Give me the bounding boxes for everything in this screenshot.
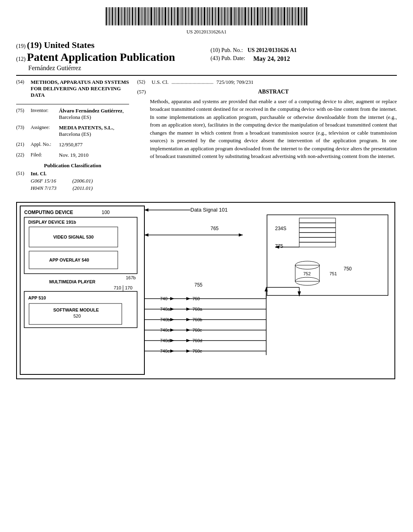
svg-rect-54 xyxy=(190,7,190,25)
svg-marker-217 xyxy=(265,287,268,291)
svg-text:170: 170 xyxy=(125,285,132,290)
svg-rect-79 xyxy=(229,7,229,25)
svg-rect-57 xyxy=(195,7,196,25)
svg-rect-65 xyxy=(207,7,208,25)
svg-rect-71 xyxy=(217,7,217,25)
svg-rect-43 xyxy=(173,7,173,25)
svg-rect-24 xyxy=(143,7,144,25)
country-label: (19) (19) United States xyxy=(16,40,202,50)
svg-rect-116 xyxy=(287,7,288,25)
svg-rect-50 xyxy=(184,7,184,25)
page: US 20120131626A1 (19) (19) United States… xyxy=(0,0,413,395)
thin-divider-1 xyxy=(16,104,129,104)
header-right: (10) Pub. No.: US 2012/0131626 A1 (43) P… xyxy=(202,40,397,62)
svg-rect-92 xyxy=(250,7,250,25)
svg-rect-1 xyxy=(108,7,108,25)
field73-num: (73) xyxy=(16,125,31,137)
svg-rect-61 xyxy=(201,7,202,25)
svg-rect-77 xyxy=(226,7,227,25)
field51-block: (51) Int. Cl. G06F 15/16 (2006.01) H04N … xyxy=(16,170,129,191)
field22-label: Filed: xyxy=(31,152,59,158)
svg-rect-62 xyxy=(202,7,203,25)
pub-date-label: (43) Pub. Date: xyxy=(211,55,245,62)
svg-text:APP OVERLAY 540: APP OVERLAY 540 xyxy=(49,258,89,262)
abstract-block: ABSTRACT Methods, apparatus and systems … xyxy=(150,89,397,160)
svg-marker-196 xyxy=(186,328,190,332)
svg-rect-109 xyxy=(276,7,277,25)
svg-rect-16 xyxy=(131,7,131,25)
svg-rect-27 xyxy=(148,7,148,25)
field75-label: Inventor: xyxy=(31,108,59,121)
svg-marker-182 xyxy=(170,308,174,311)
field22-value: Nov. 19, 2010 xyxy=(59,152,129,158)
svg-rect-104 xyxy=(268,7,269,25)
field57-inner: (57) ABSTRACT Methods, apparatus and sys… xyxy=(137,89,397,160)
svg-marker-206 xyxy=(170,349,174,353)
svg-marker-202 xyxy=(186,339,190,342)
field57-num: (57) xyxy=(137,89,146,95)
inventor-header: Fernández Gutiérrez xyxy=(28,64,202,72)
svg-rect-132 xyxy=(24,217,137,274)
pub-no-line: (10) Pub. No.: US 2012/0131626 A1 xyxy=(211,47,397,54)
svg-rect-63 xyxy=(204,7,205,25)
field57-row: (57) ABSTRACT Methods, apparatus and sys… xyxy=(137,89,397,160)
svg-rect-81 xyxy=(233,7,233,25)
body-columns: (54) METHODS, APPARATUS AND SYSTEMS FOR … xyxy=(16,79,397,195)
dotted-line: ................................ xyxy=(171,79,213,85)
svg-marker-188 xyxy=(170,318,174,321)
field19-num: (19) xyxy=(16,43,25,49)
svg-rect-48 xyxy=(181,7,181,25)
svg-rect-70 xyxy=(215,7,216,25)
svg-rect-21 xyxy=(138,7,140,25)
svg-rect-59 xyxy=(198,7,199,25)
svg-text:DISPLAY DEVICE 191b: DISPLAY DEVICE 191b xyxy=(28,220,76,224)
svg-rect-126 xyxy=(303,7,303,25)
svg-rect-86 xyxy=(240,7,241,25)
svg-rect-113 xyxy=(282,7,283,25)
field52-row: (52) U.S. Cl. ..........................… xyxy=(137,79,397,85)
field22-num: (22) xyxy=(16,152,31,158)
svg-rect-93 xyxy=(251,7,252,25)
svg-rect-31 xyxy=(154,7,155,25)
svg-text:234S: 234S xyxy=(275,226,286,231)
abstract-title: ABSTRACT xyxy=(150,89,397,95)
svg-marker-184 xyxy=(186,308,190,311)
svg-rect-97 xyxy=(257,7,259,25)
svg-rect-73 xyxy=(220,7,221,25)
svg-rect-107 xyxy=(273,7,274,25)
svg-rect-105 xyxy=(270,7,270,25)
field54-num: (54) xyxy=(16,79,31,98)
field21-label: Appl. No.: xyxy=(31,141,59,148)
svg-rect-87 xyxy=(242,7,242,25)
svg-rect-15 xyxy=(129,7,130,25)
svg-rect-47 xyxy=(179,7,180,25)
country-name: (19) United States xyxy=(27,40,94,50)
svg-rect-118 xyxy=(290,7,291,25)
svg-rect-67 xyxy=(211,7,211,25)
svg-rect-72 xyxy=(218,7,219,25)
svg-rect-100 xyxy=(262,7,263,25)
svg-text:520: 520 xyxy=(73,314,81,318)
field54-row: (54) METHODS, APPARATUS AND SYSTEMS FOR … xyxy=(16,79,129,98)
field75-num: (75) xyxy=(16,108,31,121)
svg-rect-94 xyxy=(253,7,253,25)
svg-marker-190 xyxy=(186,318,190,321)
svg-rect-76 xyxy=(224,7,225,25)
svg-rect-120 xyxy=(294,7,294,25)
field75-value: Álvaro Fernández Gutiérrez, Barcelona (E… xyxy=(59,108,129,121)
field51-row2: H04N 7/173 (2011.01) xyxy=(31,185,129,191)
svg-rect-127 xyxy=(304,7,305,25)
svg-rect-66 xyxy=(209,7,210,25)
svg-rect-28 xyxy=(149,7,150,25)
svg-rect-115 xyxy=(286,7,286,25)
svg-rect-159 xyxy=(299,233,336,237)
header-section: (19) (19) United States (12) Patent Appl… xyxy=(16,40,397,72)
pub-date-value: May 24, 2012 xyxy=(253,55,290,62)
doc-type-row: (12) Patent Application Publication xyxy=(16,51,202,64)
field51-content: Int. Cl. G06F 15/16 (2006.01) H04N 7/173… xyxy=(31,170,129,191)
svg-text:MULTIMEDIA PLAYER: MULTIMEDIA PLAYER xyxy=(49,279,96,284)
field52-label: U.S. Cl. ...............................… xyxy=(152,79,397,85)
svg-rect-55 xyxy=(191,7,193,25)
svg-rect-17 xyxy=(132,7,133,25)
pub-class-title: Publication Classification xyxy=(16,162,129,169)
